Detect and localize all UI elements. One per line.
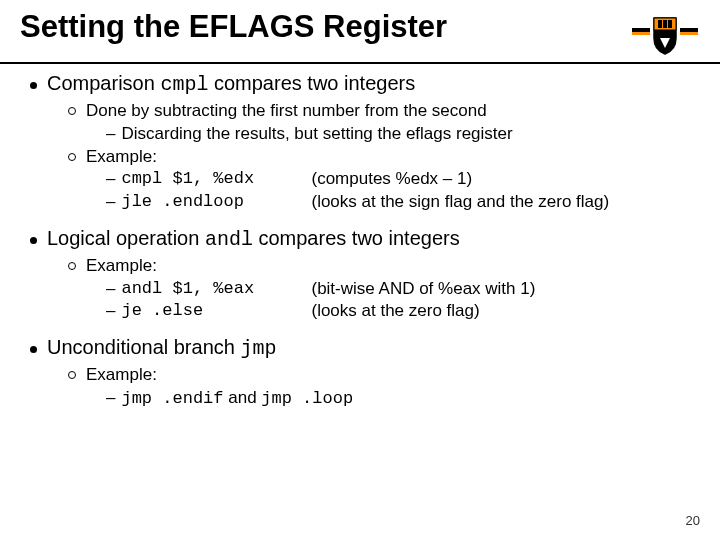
code: jmp .loop	[261, 389, 353, 408]
text: Discarding the results, but setting the …	[121, 123, 512, 145]
slide: Setting the EFLAGS Register Comparison c…	[0, 0, 720, 540]
code: jmp .endif	[121, 389, 223, 408]
svg-rect-1	[632, 32, 650, 35]
svg-rect-3	[680, 32, 698, 35]
dash-icon: –	[106, 278, 115, 300]
description: (looks at the zero flag)	[311, 300, 479, 322]
text: and	[224, 388, 262, 407]
bullet-icon	[68, 371, 76, 379]
code-line: – jle .endloop (looks at the sign flag a…	[106, 191, 700, 213]
dash-icon: –	[106, 168, 115, 190]
dash-icon: –	[106, 191, 115, 213]
bullet-logical: Logical operation andl compares two inte…	[30, 227, 700, 251]
code-cmpl: cmpl	[160, 73, 208, 96]
sub-bullet-example: Example:	[68, 146, 700, 168]
description: (looks at the sign flag and the zero fla…	[311, 191, 609, 213]
text: Example:	[86, 364, 157, 386]
bullet-icon	[30, 237, 37, 244]
text: compares two integers	[208, 72, 415, 94]
text: Example:	[86, 255, 157, 277]
description: (bit-wise AND of %eax with 1)	[311, 278, 535, 300]
bullet-unconditional: Unconditional branch jmp	[30, 336, 700, 360]
text: Comparison	[47, 72, 160, 94]
code-line: – andl $1, %eax (bit-wise AND of %eax wi…	[106, 278, 700, 300]
code: cmpl $1, %edx	[121, 168, 311, 190]
code: je .else	[121, 300, 311, 322]
svg-rect-4	[658, 20, 662, 28]
dash-icon: –	[106, 387, 115, 410]
bullet-icon	[68, 153, 76, 161]
sub-bullet-example: Example:	[68, 364, 700, 386]
code: andl $1, %eax	[121, 278, 311, 300]
title-underline	[0, 62, 720, 64]
code: jle .endloop	[121, 191, 311, 213]
svg-rect-2	[680, 28, 698, 32]
dash-icon: –	[106, 123, 115, 145]
code-line: – cmpl $1, %edx (computes %edx – 1)	[106, 168, 700, 190]
bullet-icon	[30, 82, 37, 89]
bullet-icon	[30, 346, 37, 353]
bullet-icon	[68, 107, 76, 115]
svg-rect-0	[632, 28, 650, 32]
page-number: 20	[686, 513, 700, 528]
code-jmp: jmp	[240, 337, 276, 360]
sub-bullet-example: Example:	[68, 255, 700, 277]
text: Logical operation	[47, 227, 205, 249]
sub-sub-bullet: – Discarding the results, but setting th…	[106, 123, 700, 145]
page-title: Setting the EFLAGS Register	[20, 10, 620, 44]
title-area: Setting the EFLAGS Register	[20, 10, 700, 56]
text: Unconditional branch	[47, 336, 240, 358]
bullet-icon	[68, 262, 76, 270]
code-line: – je .else (looks at the zero flag)	[106, 300, 700, 322]
sub-bullet: Done by subtracting the first number fro…	[68, 100, 700, 122]
svg-rect-6	[668, 20, 672, 28]
dash-icon: –	[106, 300, 115, 322]
text: Done by subtracting the first number fro…	[86, 100, 487, 122]
princeton-shield-logo	[630, 10, 700, 56]
bullet-comparison: Comparison cmpl compares two integers	[30, 72, 700, 96]
text: compares two integers	[253, 227, 460, 249]
svg-rect-5	[663, 20, 667, 28]
code-andl: andl	[205, 228, 253, 251]
description: (computes %edx – 1)	[311, 168, 472, 190]
text: Example:	[86, 146, 157, 168]
code-line: – jmp .endif and jmp .loop	[106, 387, 700, 410]
